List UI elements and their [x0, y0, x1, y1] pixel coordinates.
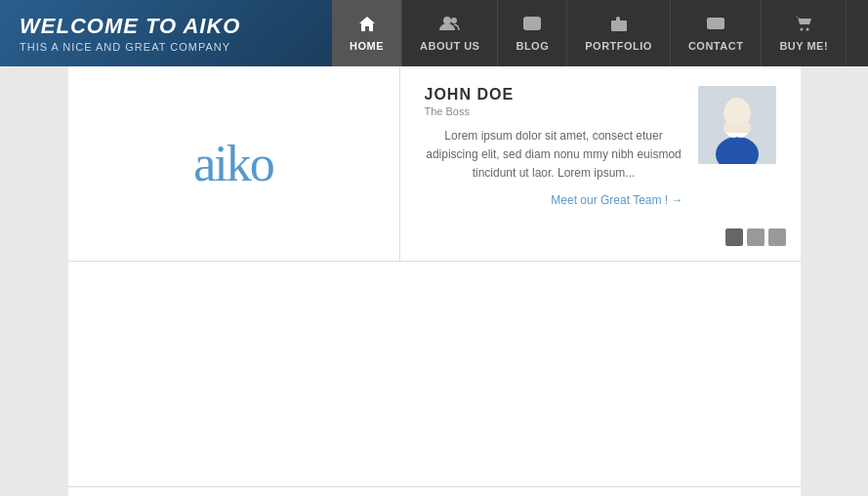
team-member-row: JOHN DOE The Boss Lorem ipsum dolor sit … — [425, 86, 776, 207]
nav-item-buy-me[interactable]: BUY ME! — [762, 0, 847, 66]
svg-point-4 — [531, 22, 534, 25]
svg-point-1 — [451, 18, 457, 23]
nav-item-contact[interactable]: CONTACT — [671, 0, 762, 66]
home-icon — [357, 15, 377, 37]
member-photo — [698, 86, 776, 164]
nav-item-blog[interactable]: BLOG — [498, 0, 567, 66]
svg-point-5 — [534, 22, 537, 25]
header: WELCOME TO AIKO THIS A NICE AND GREAT CO… — [0, 0, 868, 66]
page-background: WELCOME TO AIKO THIS A NICE AND GREAT CO… — [0, 0, 868, 496]
slider-dot-2[interactable] — [747, 228, 765, 246]
portfolio-icon — [608, 15, 630, 37]
about-icon — [439, 15, 461, 37]
member-name: JOHN DOE — [425, 86, 683, 103]
svg-point-3 — [528, 22, 531, 25]
svg-rect-14 — [723, 123, 751, 133]
logo-text: aiko — [193, 135, 273, 192]
member-bio: Lorem ipsum dolor sit amet, consect etue… — [425, 127, 683, 184]
meet-team-link[interactable]: Meet our Great Team ! → — [425, 193, 683, 207]
footer-bar: AIKO IS A GREAT CHOICE TO DRESS YOUR WEB… — [68, 486, 801, 496]
svg-rect-7 — [707, 18, 724, 29]
logo-panel: aiko — [68, 66, 400, 261]
member-role: The Boss — [425, 105, 683, 117]
brand-area: WELCOME TO AIKO THIS A NICE AND GREAT CO… — [0, 0, 332, 66]
team-info: JOHN DOE The Boss Lorem ipsum dolor sit … — [425, 86, 683, 207]
center-column: aiko JOHN DOE The Boss Lorem ipsum dolor… — [68, 66, 801, 496]
upper-content: aiko JOHN DOE The Boss Lorem ipsum dolor… — [68, 66, 801, 262]
lower-content — [68, 262, 801, 486]
nav-item-portfolio[interactable]: PORTFOLIO — [567, 0, 671, 66]
blog-icon — [521, 15, 543, 37]
svg-point-13 — [725, 98, 749, 125]
brand-subtitle: THIS A NICE AND GREAT COMPANY — [20, 41, 312, 53]
main-nav: HOME ABOUT US BLOG PORTFOLIO — [332, 0, 868, 66]
svg-point-9 — [806, 28, 809, 31]
svg-point-0 — [443, 17, 451, 24]
nav-item-about-us[interactable]: ABOUT US — [402, 0, 498, 66]
buy-icon — [793, 15, 814, 37]
contact-icon — [705, 15, 726, 37]
svg-rect-6 — [611, 21, 627, 31]
svg-point-8 — [801, 28, 804, 31]
slider-dot-3[interactable] — [768, 228, 786, 246]
team-panel: JOHN DOE The Boss Lorem ipsum dolor sit … — [400, 66, 801, 261]
slider-controls — [725, 228, 786, 246]
nav-item-home[interactable]: HOME — [332, 0, 402, 66]
brand-title: WELCOME TO AIKO — [20, 14, 312, 39]
content-area: aiko JOHN DOE The Boss Lorem ipsum dolor… — [68, 66, 801, 486]
slider-dot-1[interactable] — [725, 228, 743, 246]
